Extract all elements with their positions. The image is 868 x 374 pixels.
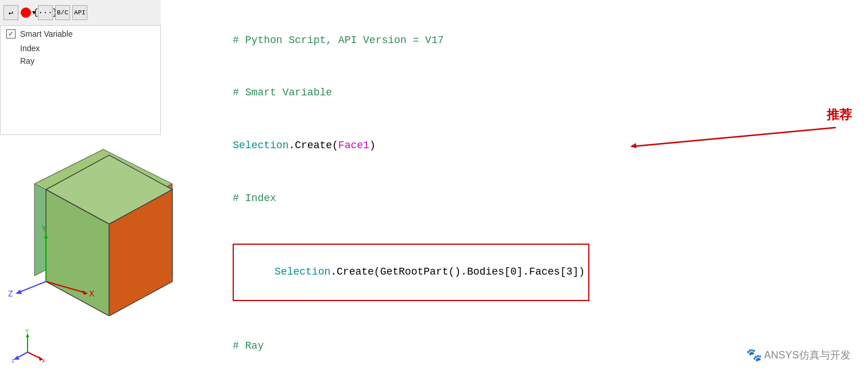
comment-1: # Python Script, API Version = V17 (233, 34, 443, 46)
toolbar: ↩ ▼ {···} B/C API (0, 0, 161, 26)
svg-text:Y: Y (41, 223, 47, 233)
code-line-4: # Index (208, 172, 850, 225)
selection-keyword-2: Selection (275, 266, 330, 277)
face1-keyword: Face1 (338, 140, 369, 151)
tuijian-label: 推荐 (827, 106, 852, 124)
undo-button[interactable]: ↩ (3, 5, 18, 20)
code-line-3: Selection.Create(Face1) (208, 119, 850, 172)
watermark: 🐾 ANSYS仿真与开发 (746, 348, 851, 363)
api-button[interactable]: API (72, 5, 87, 20)
selection-keyword-1: Selection (233, 140, 288, 151)
comment-2: # Smart Variable (233, 87, 332, 98)
svg-line-14 (17, 282, 46, 293)
sidebar-label-index: Index (20, 44, 40, 53)
code-line-2: # Smart Variable (208, 67, 850, 119)
code-panel: # Python Script, API Version = V17 # Sma… (190, 0, 868, 374)
svg-text:Z: Z (8, 289, 13, 298)
sidebar-item-ray[interactable]: Ray (1, 55, 160, 67)
checkbox-icon[interactable] (6, 29, 16, 38)
sidebar-item-smart-variable[interactable]: Smart Variable (1, 26, 160, 42)
sidebar-label-ray: Ray (20, 56, 34, 65)
code-line-6: # Ray (208, 319, 850, 372)
code-line-5: Selection.Create(GetRootPart().Bodies[0]… (208, 225, 850, 319)
watermark-icon: 🐾 (746, 348, 762, 363)
sidebar-item-index[interactable]: Index (1, 42, 160, 55)
viewport-3d: Y X Z (0, 138, 190, 339)
record-dot (21, 7, 31, 18)
svg-text:Z: Z (11, 358, 15, 364)
sidebar-label-smart-variable: Smart Variable (20, 29, 73, 38)
svg-text:Y: Y (25, 329, 29, 334)
watermark-text: ANSYS仿真与开发 (764, 348, 851, 362)
sidebar-panel: Smart Variable Index Ray (0, 26, 161, 135)
code-line-1: # Python Script, API Version = V17 (208, 14, 850, 67)
comment-index: # Index (233, 192, 276, 204)
brace-button[interactable]: {···} (38, 5, 53, 20)
svg-text:X: X (89, 289, 95, 298)
svg-marker-15 (16, 290, 22, 294)
highlight-index-line: Selection.Create(GetRootPart().Bodies[0]… (233, 244, 589, 301)
svg-marker-20 (26, 333, 29, 337)
bottom-axes: Y X Z (10, 329, 45, 364)
svg-text:X: X (42, 358, 45, 364)
comment-ray: # Ray (233, 340, 264, 352)
bc-button[interactable]: B/C (55, 5, 70, 20)
3d-box-svg: Y X Z (0, 138, 178, 316)
